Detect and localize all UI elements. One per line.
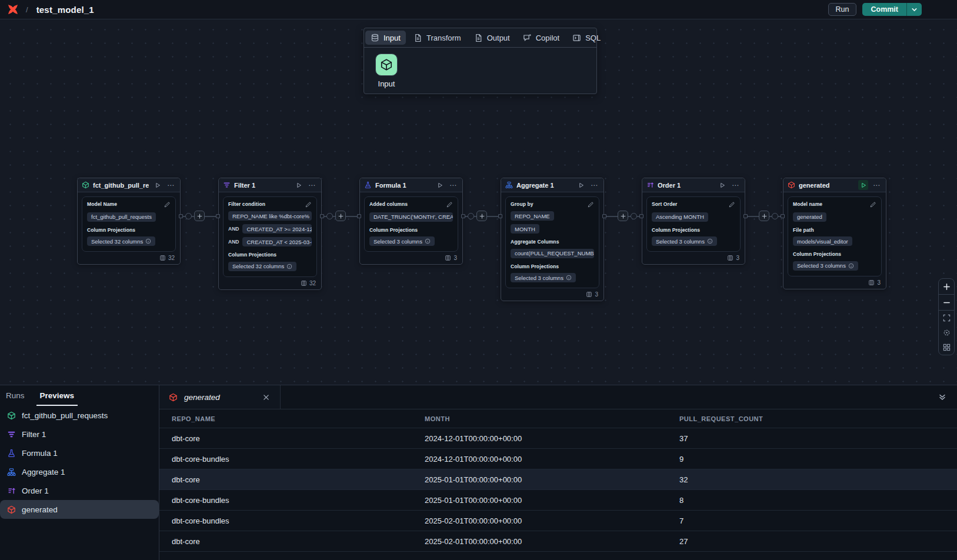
sidebar-item-formula-1[interactable]: Formula 1 bbox=[0, 444, 159, 462]
tab-output[interactable]: Output bbox=[468, 28, 516, 47]
close-icon[interactable] bbox=[261, 392, 271, 402]
node-filter-1[interactable]: Filter 1 ⋯ Filter condition REPO_NAME li… bbox=[218, 178, 322, 290]
edit-pencil-icon[interactable] bbox=[446, 201, 453, 208]
node-header[interactable]: Filter 1 ⋯ bbox=[219, 178, 321, 192]
output-port[interactable] bbox=[743, 214, 748, 218]
sidebar-item-aggregate-1[interactable]: Aggregate 1 bbox=[0, 462, 159, 481]
info-icon bbox=[286, 264, 292, 269]
cube-icon bbox=[169, 393, 178, 402]
node-menu-button[interactable]: ⋯ bbox=[166, 180, 176, 190]
edit-pencil-icon[interactable] bbox=[587, 201, 594, 208]
zoom-out-button[interactable] bbox=[939, 295, 954, 310]
node-play-button[interactable] bbox=[576, 180, 586, 190]
cell-pull-request-count: 7 bbox=[679, 516, 957, 525]
add-node-button[interactable] bbox=[618, 211, 628, 221]
node-header[interactable]: generated ⋯ bbox=[783, 178, 886, 192]
canvas-controls bbox=[938, 278, 955, 355]
node-generated[interactable]: generated ⋯ Model name generated File pa… bbox=[783, 178, 886, 289]
palette-input-node[interactable]: Input bbox=[372, 54, 401, 88]
edge-source-filter bbox=[181, 206, 218, 226]
cell-repo-name: dbt-core-bundles bbox=[172, 455, 425, 464]
add-node-button[interactable] bbox=[759, 211, 769, 221]
edit-pencil-icon[interactable] bbox=[305, 201, 312, 208]
commit-dropdown-button[interactable] bbox=[906, 3, 922, 16]
fit-view-icon[interactable] bbox=[939, 311, 954, 325]
sidebar-item-order-1[interactable]: Order 1 bbox=[0, 481, 159, 500]
dag-canvas[interactable]: Input Transform Output bbox=[0, 19, 957, 385]
tab-input[interactable]: Input bbox=[364, 28, 407, 47]
node-menu-button[interactable]: ⋯ bbox=[448, 180, 458, 190]
input-port[interactable] bbox=[357, 214, 361, 218]
column-projections-chip: Selected 3 columns bbox=[369, 236, 435, 246]
edit-pencil-icon[interactable] bbox=[728, 201, 735, 208]
edge-handle[interactable] bbox=[185, 213, 192, 219]
sort-icon bbox=[7, 486, 16, 495]
tab-runs[interactable]: Runs bbox=[6, 385, 25, 406]
layout-grid-icon[interactable] bbox=[939, 340, 954, 355]
add-node-button[interactable] bbox=[476, 211, 487, 221]
row-count: 3 bbox=[595, 291, 598, 298]
row-count-badge: 32 bbox=[219, 279, 321, 289]
input-port[interactable] bbox=[639, 214, 643, 218]
commit-button[interactable]: Commit bbox=[862, 3, 906, 16]
preview-sidebar: Runs Previews fct_github_pull_requests F… bbox=[0, 385, 159, 560]
sidebar-item-filter-1[interactable]: Filter 1 bbox=[0, 425, 159, 444]
output-port[interactable] bbox=[461, 214, 465, 218]
node-config-card: Group by REPO_NAME MONTH Aggregate Colum… bbox=[505, 196, 599, 288]
add-node-button[interactable] bbox=[335, 211, 346, 221]
edge-handle[interactable] bbox=[772, 213, 778, 219]
node-play-button[interactable] bbox=[717, 180, 727, 190]
tab-copilot[interactable]: Copilot bbox=[516, 28, 566, 47]
node-header[interactable]: fct_github_pull_requests ⋯ bbox=[78, 178, 180, 192]
input-port[interactable] bbox=[216, 214, 220, 218]
dbt-logo-icon[interactable] bbox=[7, 4, 19, 15]
edge-handle[interactable] bbox=[631, 213, 637, 219]
edit-pencil-icon[interactable] bbox=[164, 201, 171, 208]
sort-order-chip: Ascending MONTH bbox=[652, 212, 708, 222]
node-header[interactable]: Order 1 ⋯ bbox=[642, 178, 745, 192]
sidebar-item-fct-github-pull-requests[interactable]: fct_github_pull_requests bbox=[0, 406, 159, 425]
cell-month: 2024-12-01T00:00:00+00:00 bbox=[425, 455, 679, 464]
field-label: Added columns bbox=[369, 201, 408, 207]
zoom-in-button[interactable] bbox=[939, 279, 954, 294]
add-node-button[interactable] bbox=[194, 211, 205, 221]
input-port[interactable] bbox=[498, 214, 502, 218]
sidebar-item-generated[interactable]: generated bbox=[0, 500, 159, 519]
locate-target-icon[interactable] bbox=[939, 325, 954, 340]
field-label: Model name bbox=[793, 201, 822, 207]
node-header[interactable]: Formula 1 ⋯ bbox=[360, 178, 462, 192]
edge-handle[interactable] bbox=[326, 213, 333, 219]
tab-previews[interactable]: Previews bbox=[40, 385, 75, 406]
node-menu-button[interactable]: ⋯ bbox=[307, 180, 317, 190]
edge-handle[interactable] bbox=[468, 213, 474, 219]
collapse-panel-icon[interactable] bbox=[937, 392, 948, 402]
node-play-button[interactable] bbox=[435, 180, 445, 190]
output-port[interactable] bbox=[602, 214, 606, 218]
node-order-1[interactable]: Order 1 ⋯ Sort Order Ascending MONTH Col… bbox=[642, 178, 745, 265]
node-formula-1[interactable]: Formula 1 ⋯ Added columns DATE_TRUNC('MO… bbox=[359, 178, 463, 265]
node-header[interactable]: Aggregate 1 ⋯ bbox=[501, 178, 603, 192]
page-title: test_model_1 bbox=[36, 5, 94, 15]
edit-pencil-icon[interactable] bbox=[869, 201, 876, 208]
node-menu-button[interactable]: ⋯ bbox=[872, 180, 882, 190]
node-fct-github-pull-requests[interactable]: fct_github_pull_requests ⋯ Model Name fc… bbox=[77, 178, 181, 265]
table-row: dbt-core 2025-02-01T00:00:00+00:00 27 bbox=[159, 531, 957, 552]
output-port[interactable] bbox=[179, 214, 183, 218]
node-menu-button[interactable]: ⋯ bbox=[589, 180, 599, 190]
tab-output-label: Output bbox=[487, 34, 510, 42]
node-aggregate-1[interactable]: Aggregate 1 ⋯ Group by REPO_NAME MONTH A… bbox=[501, 178, 604, 301]
input-port[interactable] bbox=[781, 214, 785, 218]
info-icon bbox=[848, 263, 854, 269]
preview-tab-generated[interactable]: generated bbox=[159, 385, 281, 409]
node-palette: Input bbox=[364, 48, 596, 94]
tab-sql[interactable]: SQL bbox=[566, 28, 607, 47]
node-play-button[interactable] bbox=[858, 180, 868, 190]
tab-transform[interactable]: Transform bbox=[407, 28, 468, 47]
run-button[interactable]: Run bbox=[828, 3, 857, 16]
node-play-button[interactable] bbox=[152, 180, 162, 190]
node-menu-button[interactable]: ⋯ bbox=[731, 180, 741, 190]
cell-repo-name: dbt-core-bundles bbox=[172, 516, 425, 525]
output-port[interactable] bbox=[320, 214, 324, 218]
flask-icon bbox=[7, 449, 16, 458]
node-play-button[interactable] bbox=[294, 180, 304, 190]
